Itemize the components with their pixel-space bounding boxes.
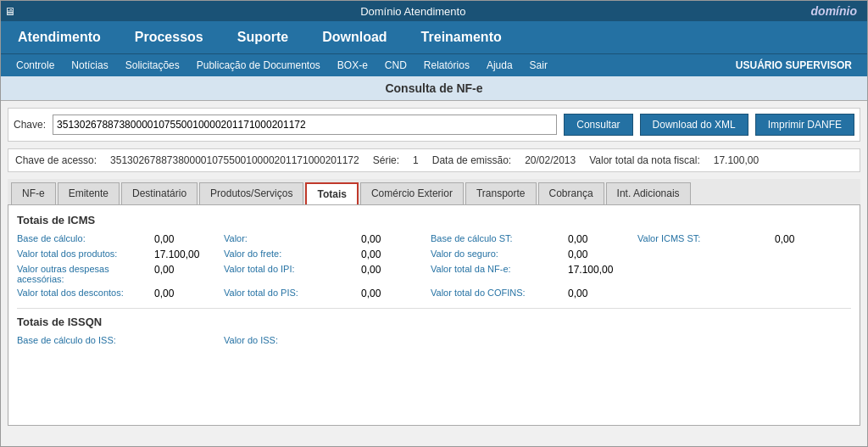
valor-total-label: Valor total da nota fiscal: [589,154,700,166]
valor-seguro-label: Valor do seguro: [431,249,566,260]
serie-label: Série: [373,154,399,166]
title-icon: 🖥 [4,5,15,18]
subnav-controle[interactable]: Controle [8,54,63,76]
title-bar: 🖥 Domínio Atendimento domínio [1,1,867,21]
issqn-title: Totais de ISSQN [17,316,851,328]
valor-total-cofins-label: Valor total do COFINS: [431,288,566,299]
valor-frete-label: Valor do frete: [224,249,359,260]
nav-treinamento[interactable]: Treinamento [404,21,519,53]
valor-total-nfe-value: 17.100,00 [568,264,636,284]
main-window: 🖥 Domínio Atendimento domínio Atendiment… [0,0,868,447]
valor-iss-value [361,335,429,345]
valor-outras-despesas-value: 0,00 [154,264,222,284]
issqn-section: Totais de ISSQN Base de cálculo do ISS: … [17,316,851,345]
subnav-publicacao[interactable]: Publicação de Documentos [188,54,329,76]
tab-destinatario[interactable]: Destinatário [121,182,198,204]
chave-acesso-label: Chave de acesso: [15,154,97,166]
valor-icms-st-value: 0,00 [775,233,843,245]
tab-content-totais: Totais de ICMS Base de cálculo: 0,00 Val… [8,205,860,426]
base-calculo-value: 0,00 [154,233,222,245]
valor-outras-despesas-label: Valor outras despesas acessórias: [17,264,153,284]
section-separator [17,308,851,309]
brand-logo: domínio [811,4,864,18]
search-row: Chave: Consultar Download do XML Imprimi… [8,108,860,142]
valor-seguro-value: 0,00 [568,249,636,260]
valor-frete-value: 0,00 [361,249,429,260]
page-title: Consulta de NF-e [1,76,867,101]
base-calculo-iss-value [154,335,222,345]
subnav-sair[interactable]: Sair [521,54,556,76]
window-title: Domínio Atendimento [15,5,811,18]
tab-cobranca[interactable]: Cobrança [538,182,604,204]
base-calculo-iss-label: Base de cálculo do ISS: [17,335,153,345]
valor-total-pis-value: 0,00 [361,288,429,299]
base-calculo-st-value: 0,00 [568,233,636,245]
tab-emitente[interactable]: Emitente [58,182,120,204]
valor-total-pis-label: Valor total do PIS: [224,288,359,299]
nav-download[interactable]: Download [305,21,403,53]
valor-total-cofins-value: 0,00 [568,288,636,299]
sub-nav: Controle Notícias Solicitações Publicaçã… [1,53,867,76]
valor-total-nfe-label: Valor total da NF-e: [431,264,566,284]
valor-value: 0,00 [361,233,429,245]
tab-produtos[interactable]: Produtos/Serviços [199,182,303,204]
valor-total-descontos-label: Valor total dos descontos: [17,288,153,299]
content-area: Chave: Consultar Download do XML Imprimi… [1,101,867,446]
data-emissao-value: 20/02/2013 [525,154,576,166]
tab-nfe[interactable]: NF-e [11,182,56,204]
subnav-cnd[interactable]: CND [376,54,415,76]
icms-title: Totais de ICMS [17,214,851,226]
subnav-solicitacoes[interactable]: Solicitações [117,54,188,76]
sub-nav-links: Controle Notícias Solicitações Publicaçã… [8,54,556,76]
tabs-row: NF-e Emitente Destinatário Produtos/Serv… [8,179,860,205]
valor-total-descontos-value: 0,00 [154,288,222,299]
nav-atendimento[interactable]: Atendimento [1,21,118,53]
tab-transporte[interactable]: Transporte [465,182,537,204]
chave-label: Chave: [14,119,46,131]
imprimir-danfe-button[interactable]: Imprimir DANFE [755,114,854,136]
valor-icms-st-label: Valor ICMS ST: [637,233,773,245]
chave-input[interactable] [53,115,557,135]
download-xml-button[interactable]: Download do XML [640,114,748,136]
base-calculo-st-label: Base de cálculo ST: [431,233,566,245]
data-emissao-label: Data de emissão: [432,154,511,166]
tab-int-adicionais[interactable]: Int. Adicionais [606,182,691,204]
subnav-ajuda[interactable]: Ajuda [478,54,521,76]
subnav-boxe[interactable]: BOX-e [329,54,376,76]
valor-total-produtos-label: Valor total dos produtos: [17,249,153,260]
nav-processos[interactable]: Processos [118,21,220,53]
valor-label: Valor: [224,233,359,245]
tab-comercio[interactable]: Comércio Exterior [360,182,464,204]
valor-total-value: 17.100,00 [714,154,759,166]
consultar-button[interactable]: Consultar [564,114,632,136]
serie-value: 1 [413,154,419,166]
nav-suporte[interactable]: Suporte [220,21,305,53]
subnav-noticias[interactable]: Notícias [63,54,116,76]
valor-iss-label: Valor do ISS: [224,335,359,345]
subnav-relatorios[interactable]: Relatórios [415,54,478,76]
chave-acesso-value: 3513026788738000010755001000020117100020… [110,154,359,166]
user-label: USUÁRIO SUPERVISOR [727,54,860,76]
info-row: Chave de acesso: 35130267887380000107550… [8,148,860,172]
main-nav: Atendimento Processos Suporte Download T… [1,21,867,53]
icms-section: Totais de ICMS Base de cálculo: 0,00 Val… [17,214,851,299]
tab-totais[interactable]: Totais [305,182,358,204]
valor-total-produtos-value: 17.100,00 [154,249,222,260]
valor-total-ipi-value: 0,00 [361,264,429,284]
base-calculo-label: Base de cálculo: [17,233,153,245]
valor-total-ipi-label: Valor total do IPI: [224,264,359,284]
